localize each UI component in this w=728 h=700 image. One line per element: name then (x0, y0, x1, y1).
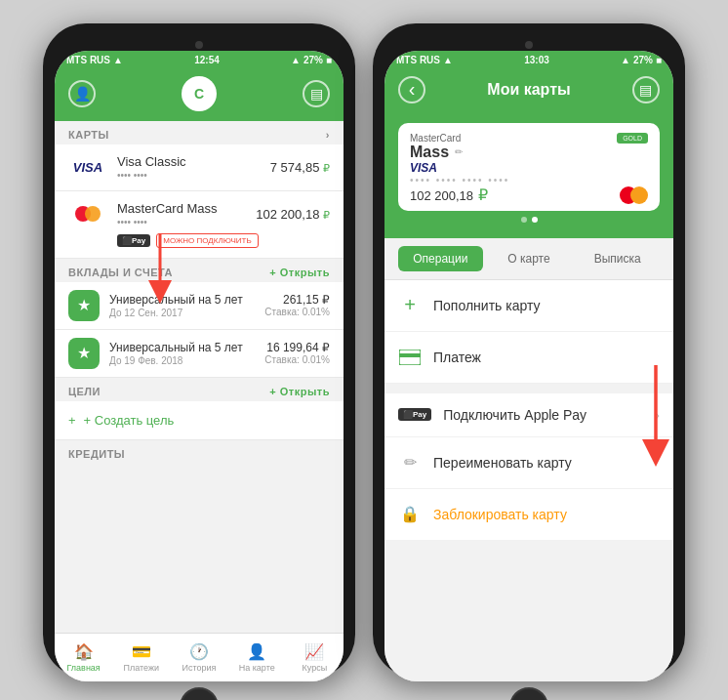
tab-map[interactable]: 👤 На карте (228, 634, 286, 681)
top-up-button[interactable]: + Пополнить карту (384, 280, 673, 332)
time-1: 12:54 (194, 55, 220, 65)
card-balance: 102 200,18 (410, 188, 473, 203)
deposit-amount-1: 261,15 ₽ (264, 293, 330, 307)
goals-section-header: ЦЕЛИ + Открыть (55, 378, 344, 401)
tab-about-card[interactable]: О карте (487, 246, 572, 271)
tab-home-label: Главная (66, 663, 100, 673)
deposit-item-2[interactable]: ★ Универсальный на 5 лет До 19 Фев. 2018… (55, 330, 344, 378)
main-content-1: КАРТЫ › VISA Visa Classic •••• •••• 7 57… (55, 121, 344, 633)
tab-history[interactable]: 🕐 История (170, 634, 227, 681)
tab-rates[interactable]: 📈 Курсы (286, 634, 344, 681)
goals-label: ЦЕЛИ (68, 386, 101, 397)
tab-history-label: История (182, 663, 217, 673)
rename-icon: ✏ (398, 451, 422, 474)
mc-card-dots: •••• •••• (117, 217, 246, 227)
dot-1 (521, 217, 527, 223)
visa-card-dots: •••• •••• (117, 170, 261, 181)
payments-icon: 💳 (132, 642, 151, 661)
deposit-icon-1: ★ (68, 290, 100, 321)
cards-label: КАРТЫ (68, 129, 109, 141)
deposit-sub-2: До 19 Фев. 2018 (109, 355, 255, 366)
profile-button-1[interactable]: 👤 (68, 80, 96, 107)
carrier-2: MTS RUS (396, 55, 440, 65)
visa-card-item[interactable]: VISA Visa Classic •••• •••• 7 574,85 ₽ (55, 144, 344, 191)
status-bar-2: MTS RUS ▲ 13:03 ▲ 27% ■ (384, 51, 673, 70)
credits-label: КРЕДИТЫ (68, 448, 125, 460)
wifi-icon-2: ▲ (443, 55, 453, 65)
red-arrow-1 (121, 228, 199, 307)
sberbank-logo-1: С (182, 76, 217, 111)
deposit-rate-2: Ставка: 0.01% (264, 354, 330, 365)
home-button-1[interactable] (180, 687, 219, 701)
bank-card: MasterCard Mass ✏ GOLD VISA (398, 123, 660, 211)
profile-icon-1: 👤 (74, 86, 91, 102)
visa-currency: ₽ (323, 162, 330, 174)
lock-icon: 🔒 (398, 503, 422, 526)
edit-icon[interactable]: ✏ (455, 146, 463, 157)
create-goal-button[interactable]: + + Создать цель (55, 401, 344, 440)
operation-tabs: Операции О карте Выписка (384, 238, 673, 280)
tab-map-label: На карте (239, 663, 275, 673)
home-button-2[interactable] (509, 687, 548, 701)
deposit-rate-1: Ставка: 0.01% (264, 307, 330, 317)
history-icon: 🕐 (189, 642, 209, 661)
tab-operations[interactable]: Операции (398, 246, 483, 271)
page-title-2: Мои карты (487, 81, 570, 99)
time-2: 13:03 (524, 55, 549, 65)
deposits-section-header: ВКЛАДЫ И СЧЕТА + Открыть (55, 259, 344, 282)
goals-open[interactable]: + Открыть (269, 386, 330, 397)
main-content-2: + Пополнить карту Платеж (384, 280, 673, 681)
svg-rect-3 (399, 353, 421, 357)
mc-amount: 102 200,18 (256, 207, 319, 222)
phone-1: MTS RUS ▲ 12:54 ▲ 27% ■ 👤 (43, 23, 355, 678)
card-tag: GOLD (617, 133, 648, 144)
deposit-item-1[interactable]: ★ Универсальный на 5 лет До 12 Сен. 2017… (55, 282, 344, 330)
status-bar-1: MTS RUS ▲ 12:54 ▲ 27% ■ (55, 51, 344, 70)
block-card-button[interactable]: 🔒 Заблокировать карту (384, 489, 673, 540)
apple-pay-badge-2: ⬛Pay (398, 408, 431, 421)
tab-payments[interactable]: 💳 Платежи (112, 634, 170, 681)
card-brand: MasterCard (410, 133, 463, 144)
red-arrow-2 (597, 355, 695, 473)
tab-rates-label: Курсы (303, 663, 328, 673)
mc-logo-card (620, 186, 648, 204)
back-button[interactable]: ‹ (398, 76, 425, 103)
cards-arrow: › (326, 129, 330, 141)
phone-2: MTS RUS ▲ 13:03 ▲ 27% ■ ‹ Мои карты (373, 23, 685, 678)
create-goal-label: + Создать цель (84, 413, 175, 428)
mc-card-name: MasterCard Mass (117, 201, 246, 216)
direction-icon-1: ▲ (291, 55, 301, 65)
app-header-1: 👤 С ▤ (55, 70, 344, 121)
card-number: •••• •••• •••• •••• (410, 175, 509, 185)
cards-section-header: КАРТЫ › (55, 121, 344, 144)
map-icon: 👤 (247, 642, 266, 661)
carrier-1: MTS RUS (66, 55, 110, 65)
block-label: Заблокировать карту (433, 507, 567, 522)
tab-home[interactable]: 🏠 Главная (55, 634, 112, 681)
deposits-open[interactable]: + Открыть (269, 267, 330, 278)
direction-icon-2: ▲ (621, 55, 630, 65)
deposit-amount-2: 16 199,64 ₽ (264, 341, 330, 354)
wifi-icon-1: ▲ (113, 55, 123, 65)
deposit-sub-1: До 12 Сен. 2017 (109, 308, 255, 318)
home-icon: 🏠 (74, 642, 94, 661)
top-up-label: Пополнить карту (433, 298, 660, 313)
create-goal-icon: + (68, 413, 76, 428)
save-icon-2[interactable]: ▤ (632, 76, 660, 103)
tab-payments-label: Платежи (124, 663, 160, 673)
back-icon: ‹ (409, 78, 416, 101)
battery-1: 27% (303, 55, 323, 65)
credits-section-header: КРЕДИТЫ (55, 440, 344, 464)
card-name: Mass (410, 144, 449, 161)
deposit-name-2: Универсальный на 5 лет (109, 341, 255, 354)
payment-icon (398, 346, 422, 369)
tab-statement[interactable]: Выписка (575, 246, 660, 271)
mastercard-item[interactable]: MasterCard Mass •••• •••• 102 200,18 ₽ ⬛… (55, 191, 344, 259)
visa-logo-1: VISA (68, 154, 107, 180)
app-header-2: ‹ Мои карты ▤ (384, 70, 673, 113)
save-icon-1[interactable]: ▤ (303, 80, 330, 107)
card-indicator (398, 217, 660, 223)
visa-card-name: Visa Classic (117, 154, 261, 169)
dot-2 (532, 217, 538, 223)
visa-logo-card: VISA (410, 161, 509, 175)
